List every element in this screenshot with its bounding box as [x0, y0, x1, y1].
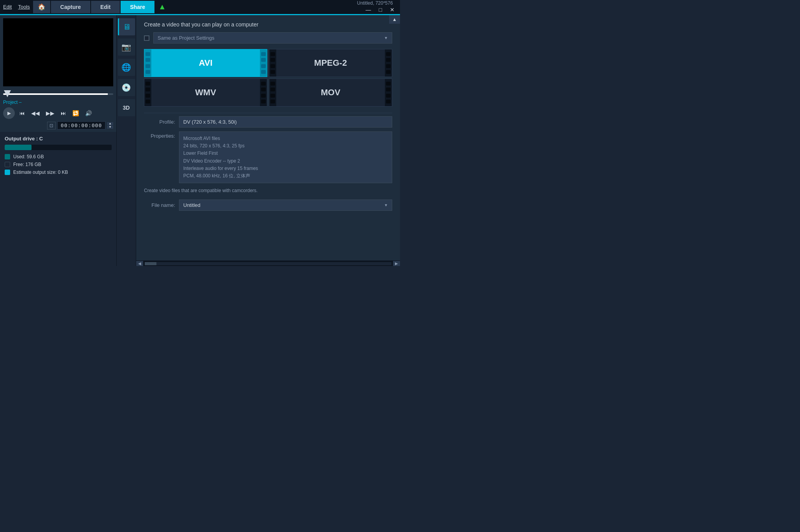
filename-label: File name: — [144, 202, 175, 208]
film-strip-left-wmv — [144, 79, 151, 106]
used-color — [5, 154, 10, 159]
film-strip-right-mpeg2 — [385, 49, 392, 77]
menu-bar: Edit Tools — [3, 4, 30, 10]
film-strip-left-mov — [269, 79, 276, 106]
same-as-project-row[interactable]: Same as Project Settings ▼ — [144, 32, 392, 44]
timecode-display: 00:00:00:000 — [57, 121, 105, 130]
disk-legend: Used: 59.6 GB Free: 176 GB Estimate outp… — [5, 154, 112, 175]
video-preview — [3, 18, 113, 86]
properties-box: Microsoft AVI files 24 bits, 720 x 576, … — [179, 131, 392, 183]
properties-row: Properties: Microsoft AVI files 24 bits,… — [144, 131, 392, 183]
divider-1 — [144, 113, 392, 113]
scroll-right-button[interactable]: ▶ — [393, 261, 400, 266]
menu-edit[interactable]: Edit — [3, 4, 12, 10]
dvd-icon: 💿 — [121, 83, 131, 92]
prop-line-1: 24 bits, 720 x 576, 4:3, 25 fps — [183, 142, 388, 150]
legend-used: Used: 59.6 GB — [5, 154, 112, 159]
timecode-down[interactable]: ▼ — [107, 126, 113, 129]
prop-line-0: Microsoft AVI files — [183, 135, 388, 142]
format-mov[interactable]: MOV — [269, 79, 392, 107]
format-wmv[interactable]: WMV — [144, 79, 267, 107]
step-back-button[interactable]: ◀◀ — [30, 109, 41, 117]
film-strip-right-wmv — [260, 79, 267, 106]
volume-button[interactable]: 🔊 — [84, 109, 93, 117]
profile-row: Profile: DV (720 x 576, 4:3, 50i) — [144, 116, 392, 128]
format-wmv-label: WMV — [195, 88, 216, 98]
home-icon: 🏠 — [38, 3, 46, 10]
scroll-thumb[interactable] — [145, 262, 156, 265]
prop-line-5: PCM, 48.000 kHz, 16 位, 立体声 — [183, 172, 388, 180]
film-strip-right-mov — [385, 79, 392, 106]
timecode-arrows: ▲ ▼ — [107, 122, 113, 129]
film-strip-left-mpeg2 — [269, 49, 276, 77]
menu-tools[interactable]: Tools — [18, 4, 30, 10]
bottom-scrollbar: ◀ ▶ — [136, 261, 400, 266]
format-avi-label: AVI — [199, 58, 212, 68]
same-as-project-checkbox[interactable] — [144, 35, 149, 41]
profile-value: DV (720 x 576, 4:3, 50i) — [179, 116, 392, 128]
format-mov-label: MOV — [321, 88, 340, 98]
format-mpeg2-label: MPEG-2 — [314, 58, 347, 68]
description-text: Create video files that are compatible w… — [144, 187, 392, 194]
timeline-track[interactable] — [3, 93, 113, 95]
film-strip-right-avi — [260, 49, 267, 77]
maximize-button[interactable]: □ — [377, 6, 384, 14]
format-avi[interactable]: AVI — [144, 49, 267, 77]
right-panel: ▲ Create a video that you can play on a … — [136, 15, 400, 266]
upload-button[interactable]: ▲ — [158, 2, 166, 11]
skip-to-end-button[interactable]: ⏭ — [59, 109, 68, 117]
close-button[interactable]: ✕ — [388, 6, 397, 14]
prop-line-3: DV Video Encoder -- type 2 — [183, 158, 388, 165]
main-layout: Project – ▶ ⏮ ◀◀ ▶▶ ⏭ 🔁 🔊 ⊡ 00:00:00:000… — [0, 15, 400, 266]
web-icon: 🌐 — [121, 63, 131, 72]
prop-line-2: Lower Field First — [183, 150, 388, 157]
timecode-area: ⊡ 00:00:00:000 ▲ ▼ — [0, 121, 116, 130]
tab-capture[interactable]: Capture — [51, 1, 90, 13]
fullscreen-button[interactable]: ⊡ — [47, 122, 56, 130]
scroll-left-button[interactable]: ◀ — [136, 261, 143, 266]
skip-to-start-button[interactable]: ⏮ — [18, 109, 26, 117]
scroll-up-button[interactable]: ▲ — [389, 15, 400, 24]
chevron-down-filename-icon: ▼ — [384, 203, 388, 207]
repeat-button[interactable]: 🔁 — [71, 109, 81, 117]
right-content: Create a video that you can play on a co… — [136, 15, 400, 261]
chevron-down-icon: ▼ — [384, 36, 388, 40]
legend-estimate: Estimate output size: 0 KB — [5, 170, 112, 175]
sidebar-3d-button[interactable]: 3D — [118, 99, 135, 116]
estimate-color — [5, 170, 10, 175]
film-strip-left-avi — [144, 49, 151, 77]
titlebar: Edit Tools 🏠 Capture Edit Share ▲ Untitl… — [0, 0, 400, 14]
sidebar-icons: 🖥 📷 🌐 💿 3D — [117, 15, 136, 266]
minimize-button[interactable]: — — [363, 6, 374, 14]
tab-edit[interactable]: Edit — [91, 1, 120, 13]
free-color — [5, 162, 10, 167]
camcorder-icon: 📷 — [121, 42, 131, 52]
timeline-area[interactable] — [0, 89, 116, 99]
format-mpeg2[interactable]: MPEG-2 — [269, 49, 392, 77]
play-button[interactable]: ▶ — [3, 107, 15, 119]
computer-icon: 🖥 — [123, 23, 131, 32]
output-info: Output drive : C Used: 59.6 GB Free: 176… — [0, 132, 116, 266]
timecode-up[interactable]: ▲ — [107, 122, 113, 125]
filename-dropdown[interactable]: Untitled ▼ — [179, 200, 392, 211]
scroll-track[interactable] — [145, 262, 391, 265]
format-grid: AVI MPEG-2 — [144, 49, 392, 107]
project-info: Untitled, 720*576 — □ ✕ — [357, 0, 397, 14]
project-label: Project – — [0, 99, 116, 106]
sidebar-camcorder-button[interactable]: 📷 — [118, 38, 135, 56]
filename-row: File name: Untitled ▼ — [144, 200, 392, 211]
tab-share[interactable]: Share — [121, 1, 154, 13]
sidebar-computer-button[interactable]: 🖥 — [118, 18, 135, 35]
same-as-project-dropdown[interactable]: Same as Project Settings ▼ — [153, 32, 392, 44]
profile-label: Profile: — [144, 119, 175, 125]
tab-home[interactable]: 🏠 — [33, 1, 50, 13]
filename-value: Untitled — [183, 202, 200, 208]
step-forward-button[interactable]: ▶▶ — [44, 109, 56, 117]
legend-free: Free: 176 GB — [5, 162, 112, 167]
disk-bar — [5, 145, 112, 150]
nav-tabs: 🏠 Capture Edit Share ▲ — [33, 1, 166, 13]
sidebar-web-button[interactable]: 🌐 — [118, 59, 135, 76]
left-panel: Project – ▶ ⏮ ◀◀ ▶▶ ⏭ 🔁 🔊 ⊡ 00:00:00:000… — [0, 15, 117, 266]
sidebar-dvd-button[interactable]: 💿 — [118, 79, 135, 96]
disk-used-bar — [5, 145, 32, 150]
